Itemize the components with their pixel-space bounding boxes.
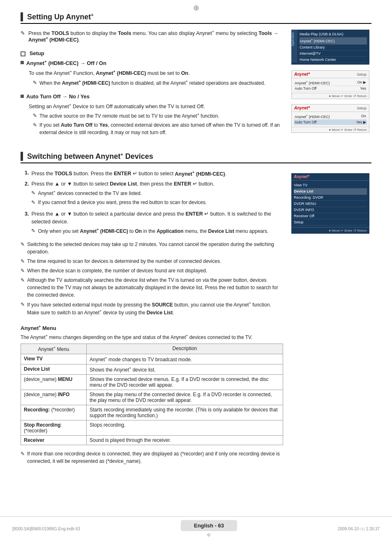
sub1-bullet	[21, 61, 24, 64]
step3-note1: ✎ Only when you set Anynet+ (HDMI-CEC) t…	[31, 227, 283, 235]
setup-screenshot-1: Anynet* Setup Anynet+ (HDMI-CEC) On ▶ Au…	[291, 70, 369, 99]
setup1-header: Anynet* Setup	[292, 71, 369, 78]
setup1-logo: Anynet*	[294, 72, 310, 77]
intro-para: ✎ Press the TOOLS button to display the …	[21, 30, 283, 43]
table-row: Recording: (*recorder) Starts recording …	[21, 405, 283, 420]
page-footer: [8000-SA]BN68-01988G-Eng.indb 63 English…	[0, 516, 392, 541]
section2-content: 1. Press the TOOLS button. Press the ENT…	[21, 169, 371, 464]
gen-note3-icon: ✎	[21, 267, 25, 274]
row5-menu: Recording: (*recorder)	[21, 405, 87, 420]
app-row-1: Media Play (USB & DLNA)	[300, 31, 367, 37]
step1-num: 1.	[25, 169, 29, 178]
section2-bar	[21, 152, 23, 161]
sub2-desc: Setting an Anynet+ Device to turn Off au…	[29, 102, 283, 111]
page-number-box: English - 63	[181, 520, 237, 531]
footer-center: English - 63 ⊕	[181, 520, 237, 538]
sub1-title-text: Anynet+ (HDMI-CEC) → Off / On	[26, 59, 106, 66]
section1-left: ✎ Press the TOOLS button to display the …	[21, 30, 283, 143]
gen-note-1: ✎ Switching to the selected devices may …	[21, 241, 283, 255]
table-row: (device_name) MENU Shows the connected d…	[21, 374, 283, 390]
section2-screenshots: Anynet* View TV Device List Recording: D…	[291, 169, 371, 464]
menu-section-title: Anynet+ Menu	[21, 325, 283, 331]
gen-note2-text: The time required to scan for devices is…	[27, 258, 221, 265]
setup1-row1-value: On ▶	[357, 80, 366, 85]
section1-bar	[21, 12, 23, 21]
row7-menu: Receiver	[21, 435, 87, 445]
app-row-3: Content Library	[300, 44, 367, 51]
page-wrapper: ⊕ Setting Up Anynet+ ✎ Press the TOOLS b…	[0, 0, 392, 541]
section1-header: Setting Up Anynet+	[21, 12, 371, 24]
step3-num: 3.	[25, 210, 29, 237]
gen-note4-icon: ✎	[21, 276, 25, 299]
sub1-desc: To use the Anynet+ Function, Anynet+ (HD…	[29, 69, 283, 77]
device-list-logo: Anynet*	[294, 174, 309, 179]
device-row-1: View TV	[294, 182, 367, 188]
step3-note1-text: Only when you set Anynet+ (HDMI-CEC) to …	[38, 227, 268, 235]
device-row-3: Recording: DVDR	[294, 195, 367, 201]
row3-desc: Shows the connected device menus. E.g. I…	[87, 374, 283, 390]
row4-desc: Shows the play menu of the connected dev…	[87, 390, 283, 405]
device-row-2: Device List	[294, 188, 367, 195]
setup1-row2-label: Auto Turn Off	[295, 86, 316, 91]
step2-note2: ✎ If you cannot find a device you want, …	[31, 199, 214, 206]
row3-menu: (device_name) MENU	[21, 374, 87, 390]
row4-menu: (device_name) INFO	[21, 390, 87, 405]
bottom-note-icon: ✎	[21, 450, 25, 465]
sub2-note2-text: If you set Auto Turn Off to Yes, connect…	[39, 121, 283, 136]
app-row-2: Anynet+ (HDMI-CEC)	[300, 37, 367, 44]
setup1-footer: ● Move ↵ Enter ↺ Return	[292, 93, 369, 99]
app-screenshot: Application Media Play (USB & DLNA) Anyn…	[291, 30, 369, 65]
section2-left: 1. Press the TOOLS button. Press the ENT…	[21, 169, 283, 464]
table-row: (device_name) INFO Shows the play menu o…	[21, 390, 283, 405]
bottom-note: ✎ If more than one recording device is c…	[21, 450, 283, 465]
setup-screenshot-2: Anynet* Setup Anynet+ (HDMI-CEC) On Auto…	[291, 104, 369, 133]
device-list-header: Anynet*	[291, 173, 369, 181]
step2-note2-text: If you cannot find a device you want, pr…	[38, 199, 207, 206]
sub2-bullet	[21, 95, 24, 98]
note-symbol-1: ✎	[33, 79, 37, 87]
gen-note2-icon: ✎	[21, 258, 25, 265]
app-content: Media Play (USB & DLNA) Anynet+ (HDMI-CE…	[297, 30, 369, 65]
step2-note2-icon: ✎	[31, 199, 35, 206]
note-symbol-3: ✎	[33, 121, 37, 136]
section2-title: Switching between Anynet+ Devices	[27, 152, 153, 161]
bottom-note-text: If more than one recording device is con…	[27, 450, 283, 465]
sub2-note1: ✎ The active source on the TV remote mus…	[33, 112, 283, 120]
setup1-body: Anynet+ (HDMI-CEC) On ▶ Auto Turn Off Ye…	[292, 78, 369, 93]
anynet-menu-table: Anynet+ Menu Description View TV Anynet+…	[21, 344, 283, 445]
row5-desc: Starts recording immediately using the r…	[87, 405, 283, 420]
app-tab-label: Application	[291, 32, 294, 46]
row6-menu: Stop Recording: (*recorder)	[21, 420, 87, 435]
step2-note1-text: Anynet+ devices connected to the TV are …	[38, 189, 142, 197]
footer-left: [8000-SA]BN68-01988G-Eng.indb 63	[12, 527, 80, 531]
setup1-row-1: Anynet+ (HDMI-CEC) On ▶	[294, 80, 367, 86]
gen-note5-icon: ✎	[21, 301, 25, 316]
setup-title: Setup	[30, 50, 44, 56]
step-2: 2. Press the ▲ or ▼ button to select Dev…	[25, 180, 283, 208]
row6-desc: Stops recording.	[87, 420, 283, 435]
subsection-2: Auto Turn Off → No / Yes Setting an Anyn…	[21, 93, 283, 137]
top-compass-icon: ⊕	[193, 3, 199, 12]
setup1-nav: ● Move ↵ Enter ↺ Return	[329, 94, 367, 98]
setup2-row-2: Auto Turn Off Yes ▶	[294, 120, 367, 125]
step3-note1-icon: ✎	[31, 227, 35, 235]
row1-menu: View TV	[21, 354, 87, 364]
step3-text: Press the ▲ or ▼ button to select a part…	[31, 210, 283, 226]
setup1-row2-value: Yes	[360, 86, 366, 91]
table-header-row: Anynet+ Menu Description	[21, 344, 283, 354]
gen-note1-text: Switching to the selected devices may ta…	[27, 241, 283, 255]
setup1-title: Setup	[357, 72, 367, 77]
setup2-logo: Anynet*	[294, 106, 310, 110]
row2-desc: Shows the Anynet+ device list.	[87, 364, 283, 374]
setup-label: Setup	[21, 50, 283, 56]
table-row: Device List Shows the Anynet+ device lis…	[21, 364, 283, 374]
row1-desc: Anynet+ mode changes to TV broadcast mod…	[87, 354, 283, 364]
note-symbol-2: ✎	[33, 112, 37, 120]
setup2-row1-label: Anynet+ (HDMI-CEC)	[295, 114, 330, 119]
step-1: 1. Press the TOOLS button. Press the ENT…	[25, 169, 283, 178]
gen-note-4: ✎ Although the TV automatically searches…	[21, 276, 283, 299]
device-row-6: Receiver Off	[294, 213, 367, 219]
gen-note1-icon: ✎	[21, 241, 25, 255]
col2-header: Description	[87, 344, 283, 354]
subsection-1: Anynet+ (HDMI-CEC) → Off / On To use the…	[21, 59, 283, 86]
